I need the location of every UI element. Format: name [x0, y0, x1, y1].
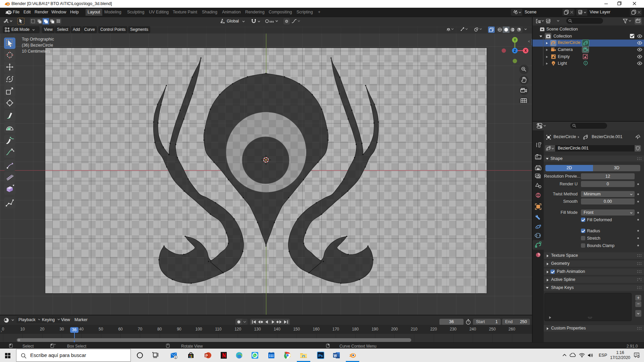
svg-text:P: P — [205, 354, 208, 358]
svg-text:X: X — [525, 49, 527, 53]
svg-text:Ps: Ps — [318, 354, 323, 358]
svg-text:W: W — [334, 354, 337, 358]
svg-text:Z: Z — [514, 49, 516, 53]
svg-text:3: 3 — [638, 355, 639, 358]
svg-text:1: 1 — [175, 356, 176, 359]
svg-text:Y: Y — [514, 38, 516, 42]
